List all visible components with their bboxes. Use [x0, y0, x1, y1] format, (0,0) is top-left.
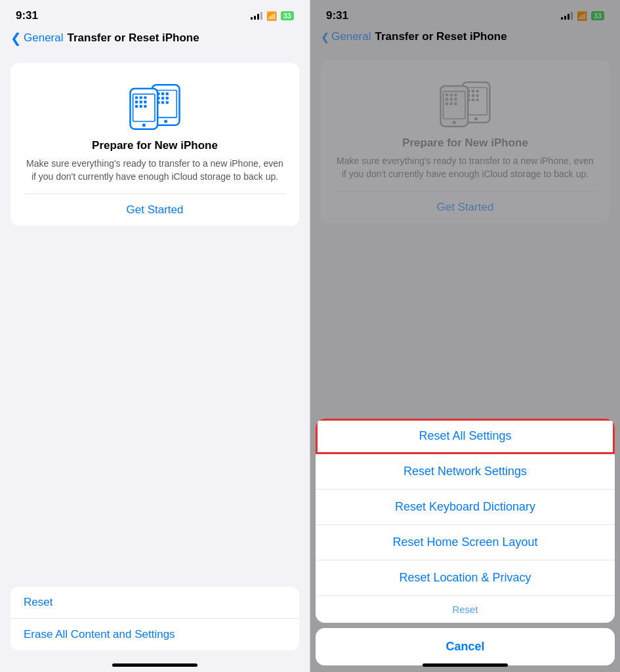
spacer-left	[10, 234, 299, 579]
time-left: 9:31	[16, 9, 38, 22]
get-started-button-left[interactable]: Get Started	[24, 194, 286, 226]
right-phone: 9:31 📶 33 ❮ General Transfer or Reset iP…	[310, 0, 620, 672]
action-reset-partial[interactable]: Reset	[316, 596, 615, 623]
svg-rect-6	[161, 97, 164, 100]
action-reset-network-settings[interactable]: Reset Network Settings	[316, 454, 615, 490]
svg-point-11	[164, 120, 167, 123]
left-phone: 9:31 📶 33 ❮ General Transfer or Reset iP…	[0, 0, 310, 672]
svg-point-23	[142, 123, 146, 127]
prepare-card-left: Prepare for New iPhone Make sure everyth…	[10, 63, 299, 226]
action-cancel-button[interactable]: Cancel	[316, 628, 615, 665]
svg-rect-15	[140, 96, 142, 99]
svg-rect-3	[161, 93, 164, 95]
home-bar-right	[423, 663, 508, 667]
action-reset-keyboard-dictionary[interactable]: Reset Keyboard Dictionary	[316, 490, 615, 525]
status-bar-left: 9:31 📶 33	[0, 0, 310, 26]
svg-rect-14	[135, 96, 138, 99]
prepare-desc-left: Make sure everything's ready to transfer…	[24, 158, 286, 183]
svg-rect-22	[144, 105, 146, 108]
reset-item-0[interactable]: Reset	[10, 587, 299, 619]
svg-rect-19	[144, 100, 146, 103]
chevron-left-icon: ❮	[10, 30, 22, 46]
svg-rect-7	[166, 97, 169, 100]
svg-rect-10	[166, 101, 169, 104]
prepare-title-left: Prepare for New iPhone	[92, 139, 218, 152]
action-sheet: Reset All Settings Reset Network Setting…	[310, 419, 620, 672]
svg-rect-21	[140, 105, 142, 108]
status-icons-left: 📶 33	[251, 11, 294, 21]
reset-section-left: Reset Erase All Content and Settings	[10, 587, 299, 650]
svg-rect-18	[140, 100, 142, 103]
phone-transfer-icon-left	[122, 79, 188, 131]
action-reset-all-settings[interactable]: Reset All Settings	[316, 419, 615, 454]
svg-rect-20	[135, 105, 138, 108]
svg-rect-17	[135, 100, 138, 103]
home-indicator-left	[0, 661, 310, 672]
back-label-left: General	[24, 32, 63, 45]
action-reset-location-privacy[interactable]: Reset Location & Privacy	[316, 560, 615, 596]
wifi-icon-left: 📶	[266, 11, 277, 21]
svg-rect-12	[131, 89, 158, 129]
svg-rect-16	[144, 96, 146, 99]
action-sheet-main-group: Reset All Settings Reset Network Setting…	[316, 419, 615, 623]
back-button-left[interactable]: ❮ General	[10, 30, 63, 46]
home-indicator-right	[310, 661, 620, 672]
content-left: Prepare for New iPhone Make sure everyth…	[0, 52, 310, 661]
action-reset-home-screen-layout[interactable]: Reset Home Screen Layout	[316, 525, 615, 560]
battery-icon-left: 33	[281, 11, 294, 20]
signal-icon-left	[251, 12, 262, 20]
page-title-left: Transfer or Reset iPhone	[67, 32, 199, 45]
home-bar-left	[112, 663, 197, 667]
svg-rect-9	[161, 101, 164, 104]
svg-rect-4	[166, 93, 169, 95]
reset-item-1[interactable]: Erase All Content and Settings	[10, 619, 299, 650]
nav-bar-left: ❮ General Transfer or Reset iPhone	[0, 26, 310, 52]
